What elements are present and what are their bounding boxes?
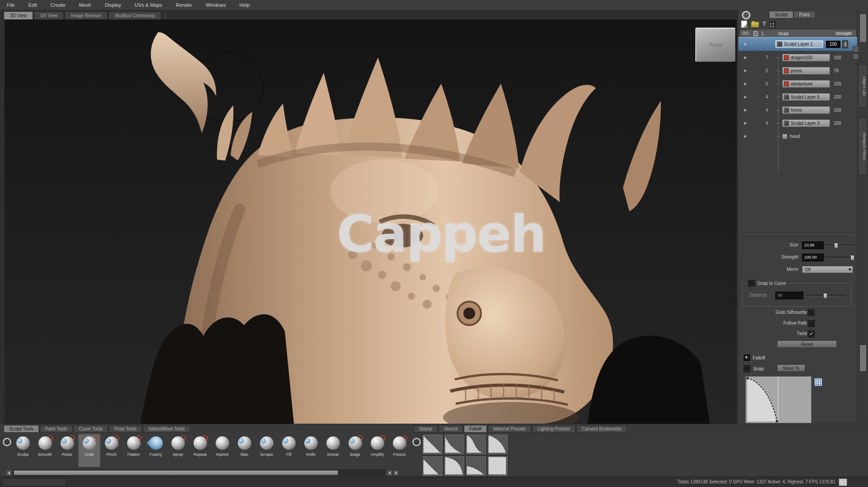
follow-path-checkbox[interactable] [808,320,815,327]
scrollbar-track[interactable] [13,469,385,476]
menu-edit[interactable]: Edit [22,0,44,10]
layer-row-sculpt-layer-5[interactable]: +4Sculpt Layer 5100 [738,90,858,104]
scroll-right-icon[interactable] [393,469,400,476]
layer-row-sculpt-layer-1[interactable]: +Sculpt Layer 1100 [738,37,858,51]
falloff-preset-convex[interactable] [488,435,508,454]
layer-visibility-icon[interactable]: + [738,81,752,87]
scroll-up-icon[interactable] [853,46,859,52]
menu-uvs-maps[interactable]: UVs & Maps [128,0,169,10]
layer-name-pill[interactable]: horns [782,106,830,114]
menu-mesh[interactable]: Mesh [72,0,98,10]
snap-to-curve-checkbox[interactable] [748,280,755,287]
scroll-left-icon[interactable] [5,469,12,476]
new-group-icon[interactable] [751,22,759,28]
layer-visibility-icon[interactable]: + [738,55,752,61]
tab-sculpt-tools[interactable]: Sculpt Tools [4,425,39,433]
tool-imprint[interactable]: Imprint [211,434,233,467]
falloff-preset-sigmoid[interactable] [466,435,486,454]
menu-render[interactable]: Render [169,0,199,10]
scroll-left2-icon[interactable] [386,469,393,476]
tab-uv-view[interactable]: UV View [34,11,64,19]
layer-name-pill[interactable]: Sculpt Layer 3 [782,119,830,127]
menu-create[interactable]: Create [44,0,72,10]
3d-viewport[interactable]: Cappeh Front [5,19,737,424]
tab-stencil[interactable]: Stencil [439,425,463,433]
menu-file[interactable]: File [0,0,22,10]
layer-row-sculpt-layer-3[interactable]: +4Sculpt Layer 3100 [738,117,858,130]
tool-freeze[interactable]: Freeze [388,434,410,467]
layer-name-pill[interactable]: Sculpt Layer 1 [775,40,823,48]
falloff-preset-concave[interactable] [444,435,464,454]
reset-button[interactable]: Reset [777,340,837,348]
delete-layer-icon[interactable]: T [763,20,766,28]
tool-spray[interactable]: Spray [167,434,189,467]
tool-grab[interactable]: Grab [78,434,100,467]
layer-row-horns[interactable]: +4horns100 [738,104,858,117]
tab-select-move-tools[interactable]: Select/Move Tools [143,425,190,433]
tool-foamy[interactable]: Foamy [145,434,167,467]
tool-smooth[interactable]: Smooth [34,434,56,467]
tab-curve-tools[interactable]: Curve Tools [74,425,108,433]
layer-name-pill[interactable]: skintexture [782,80,830,88]
tab-material-presets[interactable]: Material Presets [488,425,531,433]
scroll-down-icon[interactable] [853,53,859,60]
falloff-preset-dip[interactable] [466,456,486,476]
menu-help[interactable]: Help [233,0,257,10]
tab-mudbox-community[interactable]: Mudbox Community [108,11,161,19]
layer-name-pill[interactable]: dragon100 [782,54,830,61]
strength-field[interactable]: 100.00 [802,254,824,261]
distance-slider[interactable] [806,292,846,299]
tool-flatten[interactable]: Flatten [123,434,145,467]
layer-visibility-icon[interactable]: + [738,107,752,113]
falloff-preset-soft-linear[interactable] [423,456,443,476]
tab-falloff[interactable]: Falloff [464,425,487,433]
tab-paint[interactable]: Paint [793,11,816,19]
layer-visibility-icon[interactable]: + [738,120,752,127]
status-button[interactable] [839,478,847,486]
new-layer-icon[interactable] [741,20,747,28]
panel-scrollbar-thumb[interactable] [859,14,867,43]
layer-strength-field[interactable]: 100 [826,41,840,48]
scrollbar-handle[interactable] [14,470,338,475]
layer-row-pores[interactable]: +5pores78 [738,64,858,77]
tool-bulge[interactable]: Bulge [344,434,366,467]
layer-name-pill[interactable]: pores [782,67,830,75]
layer-row-root[interactable]: +head [738,130,858,143]
size-field[interactable]: 23.88 [802,241,824,249]
right-tray-gear-icon[interactable] [412,438,421,446]
tab-pose-tools[interactable]: Pose Tools [109,425,142,433]
layer-visibility-icon[interactable]: + [738,94,752,100]
mirror-dropdown[interactable]: Off [802,266,853,273]
falloff-preset-round[interactable] [444,456,464,476]
layer-visibility-icon[interactable]: + [738,133,752,140]
tab-image-browser[interactable]: Image Browser [65,11,108,19]
tool-wax[interactable]: Wax [233,434,255,467]
tool-pinch[interactable]: Pinch [100,434,123,467]
grab-silhouette-checkbox[interactable] [808,309,815,316]
layer-strength-spinner[interactable] [842,40,848,48]
tool-scrape[interactable]: Scrape [255,434,278,467]
falloff-snap-checkbox[interactable] [744,365,750,372]
tab-paint-tools[interactable]: Paint Tools [40,425,73,433]
layer-options-icon[interactable] [769,21,776,28]
menu-windows[interactable]: Windows [199,0,233,10]
properties-scrollbar-thumb[interactable] [859,345,867,372]
left-tray-gear-icon[interactable] [3,438,11,446]
tab-3d-view[interactable]: 3D View [4,11,33,19]
view-cube-gizmo[interactable]: Front [695,28,736,62]
layer-row-dragon100[interactable]: +7dragon100100 [738,51,858,64]
store-to-button[interactable]: Store To [777,364,805,372]
side-tab-viewport-filters[interactable]: Viewport Filters [858,118,867,175]
tool-knife[interactable]: Knife [300,434,322,467]
tool-sculpt[interactable]: Sculpt [12,434,34,467]
size-slider[interactable] [825,241,853,249]
falloff-preset-constant[interactable] [488,456,508,476]
curve-presets-icon[interactable] [814,378,822,386]
tool-smear[interactable]: Smear [322,434,344,467]
falloff-curve-editor[interactable] [745,376,811,425]
side-tab-object-list[interactable]: Object List [858,64,867,108]
tab-stamp[interactable]: Stamp [414,425,438,433]
menu-display[interactable]: Display [98,0,128,10]
tool-relax[interactable]: Relax [56,434,78,467]
tab-lighting-presets[interactable]: Lighting Presets [532,425,576,433]
